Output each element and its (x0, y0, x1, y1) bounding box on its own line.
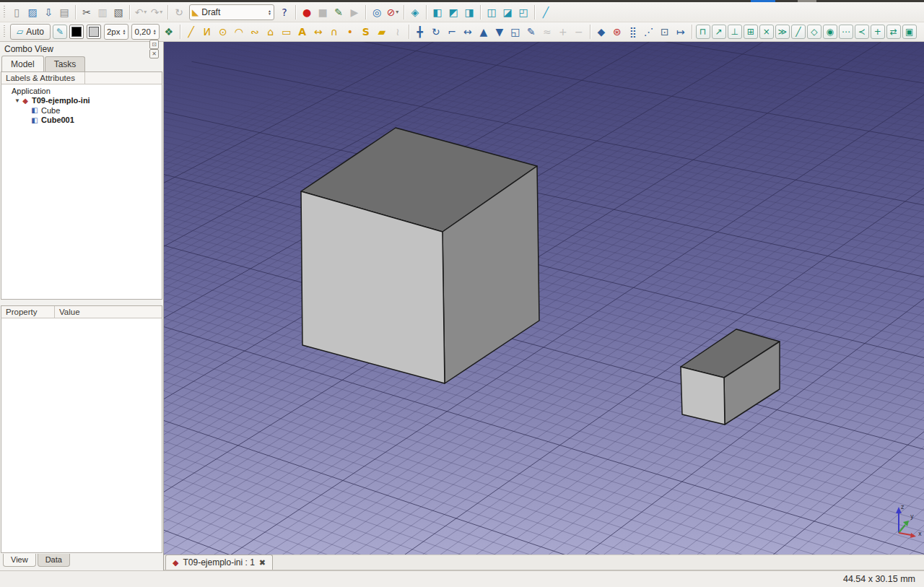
dropdown-arrow-icon[interactable]: ▾ (160, 9, 162, 15)
toolbar-handle[interactable] (2, 6, 6, 19)
draft-text-button[interactable]: A (295, 24, 310, 40)
spin-arrows[interactable]: ▲ ▼ (153, 29, 157, 35)
snap-dimensions-button[interactable]: ⇄ (886, 25, 901, 39)
copy-button: ▥ (95, 4, 110, 20)
draft-wire-button[interactable]: И (199, 24, 215, 40)
tab-data[interactable]: Data (38, 554, 70, 567)
workbench-selector[interactable]: ◣Draft▲ ▼ (189, 4, 274, 20)
snap-near-button[interactable]: + (871, 25, 885, 39)
cut-button[interactable]: ✂ (79, 4, 95, 20)
fit-all-button[interactable]: ◎ (369, 4, 385, 20)
set-style-button[interactable]: ✎ (53, 25, 67, 39)
draft-shape-2d-view-button[interactable]: ⊛ (609, 24, 625, 40)
view-axonometric-button[interactable]: ◈ (407, 4, 423, 20)
text-scale-spinbox[interactable]: 0,20▲ ▼ (131, 24, 159, 40)
macro-record-button[interactable]: ● (299, 4, 315, 20)
view-bottom-button[interactable]: ◪ (500, 4, 515, 20)
apply-style-button[interactable]: ❖ (161, 24, 177, 40)
draft-polygon-button[interactable]: ⌂ (263, 24, 279, 40)
draft-upgrade-icon: ▲ (479, 27, 487, 37)
save-button[interactable]: ⇩ (40, 4, 56, 20)
workingplane-auto-button[interactable]: ▱Auto (10, 24, 51, 40)
draft-upgrade-button[interactable]: ▲ (476, 24, 492, 40)
draft-downgrade-button[interactable]: ▼ (492, 24, 507, 40)
view-right-button[interactable]: ◨ (461, 4, 477, 20)
draft-line-button[interactable]: ╱ (183, 24, 199, 40)
view-front-button[interactable]: ◧ (430, 4, 445, 20)
model-tree: Application▼◆T09-ejemplo-ini◧Cube◧Cube00… (1, 84, 162, 300)
svg-text:x: x (918, 531, 922, 537)
view-rear-button[interactable]: ◫ (484, 4, 500, 20)
draft-array-button[interactable]: ⣿ (625, 24, 641, 40)
tab-view[interactable]: View (3, 554, 36, 567)
print-button[interactable]: ▤ (56, 4, 72, 20)
macro-edit-button[interactable]: ✎ (331, 4, 346, 20)
measure-distance-button[interactable]: ╱ (538, 4, 554, 20)
tab-model[interactable]: Model (1, 56, 44, 71)
expander-icon[interactable]: ▼ (14, 97, 21, 104)
draft-edit-button[interactable]: ✎ (523, 24, 539, 40)
snap-lock-button[interactable]: ⊓ (696, 25, 710, 39)
tree-item-cube001[interactable]: ◧Cube001 (1, 116, 162, 126)
draft-facebinder-button[interactable]: ▰ (374, 24, 390, 40)
snap-special-button[interactable]: ≺ (855, 25, 869, 39)
draft-offset-button[interactable]: ⌐ (444, 24, 460, 40)
tree-item-application[interactable]: Application (1, 86, 162, 96)
view-top-icon: ◩ (448, 7, 458, 17)
snap-angle-icon: ◇ (811, 27, 817, 36)
panel-splitter[interactable] (0, 300, 163, 305)
snap-ortho-button[interactable]: ⋯ (839, 25, 853, 39)
document-tab[interactable]: ◆T09-ejemplo-ini : 1✖ (165, 555, 273, 570)
draft-rectangle-button[interactable]: ▭ (279, 24, 295, 40)
draft-ellipse-button[interactable]: ∾ (247, 24, 263, 40)
draft-to-sketch-button[interactable]: ◆ (593, 24, 609, 40)
draft-arc-button[interactable]: ◠ (231, 24, 247, 40)
draft-circle-button[interactable]: ⊙ (215, 24, 231, 40)
3d-viewport[interactable]: zyx (164, 42, 924, 555)
draft-scale-button[interactable]: ◱ (507, 24, 523, 40)
snap-perpendicular-button[interactable]: ⊥ (728, 25, 742, 39)
view-left-button[interactable]: ◰ (515, 4, 531, 20)
draft-shapestring-button[interactable]: S (358, 24, 374, 40)
dropdown-arrow-icon[interactable]: ▾ (396, 9, 398, 15)
draft-move-button[interactable]: ╋ (412, 24, 428, 40)
new-document-button[interactable]: ▯ (9, 4, 25, 20)
snap-extension-button[interactable]: ╱ (791, 25, 806, 39)
draft-drawing-button[interactable]: ↦ (673, 24, 689, 40)
draft-dimension-button[interactable]: ↔ (310, 24, 326, 40)
tree-item-cube[interactable]: ◧Cube (1, 105, 162, 116)
draft-path-array-button[interactable]: ⋰ (641, 24, 657, 40)
open-button[interactable]: ▨ (25, 4, 40, 20)
toolbar-handle[interactable] (2, 25, 6, 38)
snap-parallel-button[interactable]: ≫ (775, 25, 790, 39)
combo-spin-arrows[interactable]: ▲ ▼ (268, 9, 271, 15)
draft-trimex-button[interactable]: ↔ (460, 24, 476, 40)
spinbox-value: 0,20 (134, 27, 150, 36)
snap-angle-button[interactable]: ◇ (807, 25, 821, 39)
dropdown-arrow-icon[interactable]: ▾ (144, 9, 147, 15)
snap-endpoint-button[interactable]: ↗ (712, 25, 726, 39)
property-editor-area[interactable] (1, 318, 162, 553)
3d-scene[interactable]: zyx (164, 42, 924, 555)
snap-working-plane-button[interactable]: ▣ (902, 25, 917, 39)
toolbar-separator (404, 5, 404, 19)
snap-center-button[interactable]: ◉ (823, 25, 837, 39)
draft-bspline-button[interactable]: ∩ (326, 24, 342, 40)
whats-this-button[interactable]: ? (276, 4, 292, 20)
spin-arrows[interactable]: ▲ ▼ (122, 29, 126, 35)
paste-button[interactable]: ▧ (110, 4, 126, 20)
dock-float-button[interactable]: ⊡ (149, 40, 159, 49)
view-top-button[interactable]: ◩ (445, 4, 461, 20)
tab-tasks[interactable]: Tasks (45, 56, 86, 71)
draft-rotate-button[interactable]: ↻ (428, 24, 444, 40)
close-tab-icon[interactable]: ✖ (259, 558, 266, 568)
tree-item-t09-ejemplo-ini[interactable]: ▼◆T09-ejemplo-ini (1, 96, 162, 106)
snap-intersection-button[interactable]: × (759, 25, 774, 39)
line-color-swatch[interactable] (69, 25, 84, 39)
draw-style-button[interactable]: ⊘▾ (385, 4, 401, 20)
snap-grid-button[interactable]: ⊞ (744, 25, 758, 39)
line-width-spinbox[interactable]: 2px▲ ▼ (104, 24, 129, 40)
face-color-swatch[interactable] (87, 25, 101, 39)
draft-point-button[interactable]: • (342, 24, 358, 40)
draft-clone-button[interactable]: ⊡ (657, 24, 673, 40)
